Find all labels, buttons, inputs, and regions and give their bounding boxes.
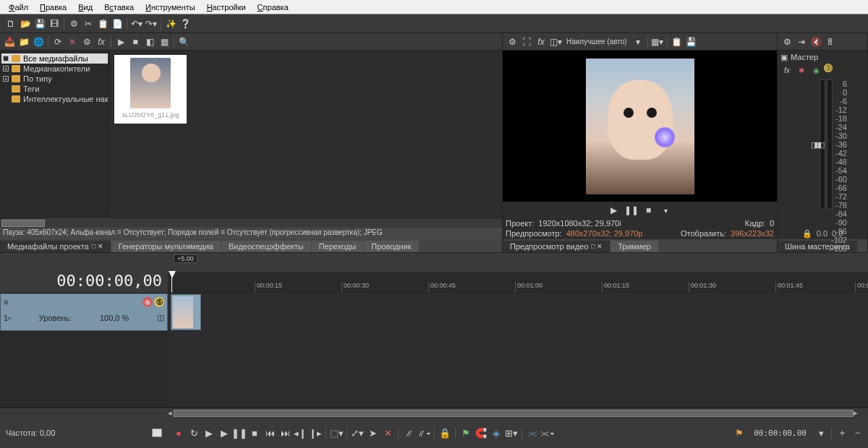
save-snapshot-icon[interactable]: 💾 <box>685 35 698 48</box>
mute-icon[interactable]: 🔇 <box>809 35 822 48</box>
mute-badge[interactable]: ⦸ <box>142 297 153 307</box>
next-frame-icon[interactable]: ❙▸ <box>309 426 322 439</box>
pause-icon[interactable]: ❚❚ <box>625 204 638 217</box>
prev-frame-icon[interactable]: ◂❙ <box>294 426 307 439</box>
import-icon[interactable]: 📥 <box>3 35 16 48</box>
menu-tools[interactable]: Инструменты <box>140 1 201 13</box>
marker-flag-icon[interactable]: ⚑ <box>733 426 746 439</box>
web-icon[interactable]: 🌐 <box>32 35 45 48</box>
media-tree[interactable]: −Все медиафайлы +Медианакопители +По тип… <box>0 51 110 217</box>
zoom-in-icon[interactable]: ＋ <box>835 426 848 439</box>
search-icon[interactable]: 🔍 <box>177 35 190 48</box>
loop-icon[interactable]: ↻ <box>187 426 200 439</box>
tree-root[interactable]: −Все медиафайлы <box>1 53 108 64</box>
track-lanes[interactable] <box>168 293 868 407</box>
tab-project-media[interactable]: Медиафайлы проекта□ ✕ <box>0 241 111 252</box>
auto-crossfade-icon[interactable]: ⩙▾ <box>541 426 554 439</box>
video-track-header[interactable]: ≡ ⦸ Ⓢ 1▫ Уровень: 100,0 % ◫ <box>0 293 168 331</box>
go-end-icon[interactable]: ⏭ <box>278 426 292 439</box>
new-icon[interactable]: 🗋 <box>4 17 17 30</box>
marker-icon[interactable]: ⚑ <box>459 426 472 439</box>
solo-badge[interactable]: Ⓢ <box>154 297 164 307</box>
play-start-icon[interactable]: ▶ <box>203 426 216 439</box>
lock-icon[interactable]: 🔒 <box>438 426 451 439</box>
auto-ripple-icon[interactable]: ⫽▾ <box>417 426 430 439</box>
offset-indicator[interactable]: +5.00 <box>174 254 197 263</box>
go-start-icon[interactable]: ⏮ <box>263 426 276 439</box>
props-icon[interactable]: ⚙ <box>67 17 80 30</box>
tab-transitions[interactable]: Переходы <box>312 241 364 252</box>
close-icon[interactable]: □ ✕ <box>92 243 103 250</box>
tab-trimmer[interactable]: Триммер <box>610 241 658 252</box>
cut-icon[interactable]: ✕ <box>381 426 394 439</box>
media-thumbnail[interactable]: sLU2M2Y6_g11.jpg <box>114 55 187 124</box>
play-icon[interactable]: ▶ <box>114 35 127 48</box>
arrow-icon[interactable]: ➤ <box>366 426 379 439</box>
fx-icon[interactable]: fx <box>535 35 548 48</box>
insert-icon[interactable]: ⇥ <box>795 35 808 48</box>
play-icon[interactable]: ▶ <box>608 204 621 217</box>
stop-icon[interactable]: ■ <box>129 35 142 48</box>
settings-icon[interactable]: ⚙ <box>80 35 93 48</box>
view-icon[interactable]: ▦ <box>158 35 171 48</box>
play-icon[interactable]: ▶ <box>218 426 231 439</box>
fx-icon[interactable]: fx <box>95 35 108 48</box>
quality-dropdown[interactable]: Наилучшее (авто) <box>563 35 630 48</box>
crossfade-icon[interactable]: ⩙ <box>526 426 539 439</box>
grid-icon[interactable]: ▦▾ <box>651 35 664 48</box>
render-icon[interactable]: 🎞 <box>48 17 61 30</box>
open-icon[interactable]: 📂 <box>19 17 32 30</box>
tab-media-generators[interactable]: Генераторы мультимедиа <box>111 241 221 252</box>
record-icon[interactable]: ● <box>172 426 185 439</box>
snap-grid-icon[interactable]: ◈ <box>490 426 503 439</box>
close-icon[interactable]: □ ✕ <box>591 243 603 250</box>
snap-icon[interactable]: 🧲 <box>475 426 488 439</box>
media-scrollbar[interactable] <box>0 217 502 228</box>
track-menu-icon[interactable]: ≡ <box>4 298 8 306</box>
ripple-icon[interactable]: ⫽ <box>402 426 415 439</box>
timecode-menu-icon[interactable]: ▾ <box>814 426 827 439</box>
video-clip[interactable] <box>171 294 201 330</box>
refresh-icon[interactable]: ⟳ <box>51 35 64 48</box>
save-icon[interactable]: 💾 <box>33 17 46 30</box>
stop-icon[interactable]: ■ <box>248 426 261 439</box>
menu-help[interactable]: Справка <box>252 1 294 13</box>
playhead[interactable] <box>171 272 172 293</box>
external-icon[interactable]: ⛶ <box>520 35 533 48</box>
menu-settings[interactable]: Настройки <box>201 1 252 13</box>
tree-smart[interactable]: Интеллектуальные нак <box>1 94 108 104</box>
stop-icon[interactable]: ■ <box>642 204 655 217</box>
tree-bytype[interactable]: +По типу <box>1 74 108 84</box>
pause-icon[interactable]: ❚❚ <box>233 426 246 439</box>
snapshot-icon[interactable]: 📋 <box>671 35 684 48</box>
expand-icon[interactable]: ▣ <box>780 53 788 62</box>
normal-tool-icon[interactable]: ⬚▾ <box>330 426 343 439</box>
solo-icon[interactable]: Ⓢ <box>824 64 833 72</box>
tab-explorer[interactable]: Проводник <box>364 241 418 252</box>
freq-meter-icon[interactable] <box>152 428 162 437</box>
cut-icon[interactable]: ✂ <box>82 17 95 30</box>
props-icon[interactable]: ⚙ <box>506 35 519 48</box>
menu-view[interactable]: Вид <box>72 1 98 13</box>
magic-icon[interactable]: ✨ <box>164 17 177 30</box>
quantize-icon[interactable]: ⊞▾ <box>505 426 518 439</box>
selection-icon[interactable]: ⤢▾ <box>351 426 364 439</box>
menu-edit[interactable]: Правка <box>34 1 72 13</box>
split-icon[interactable]: ◫▾ <box>549 35 562 48</box>
help-icon[interactable]: ❔ <box>179 17 192 30</box>
ruler[interactable]: +5.00 00:00:15 00:00:30 00:00:45 00:01:0… <box>168 253 868 293</box>
redo-icon[interactable]: ↷▾ <box>145 17 158 30</box>
zoom-out-icon[interactable]: － <box>851 426 864 439</box>
tab-preview[interactable]: Предпросмотр видео□ ✕ <box>503 241 610 252</box>
track-settings-icon[interactable]: ◫ <box>157 313 164 322</box>
folder-icon[interactable]: 📁 <box>17 35 30 48</box>
remove-icon[interactable]: ✕ <box>66 35 79 48</box>
fader-handle[interactable]: ◨◧ <box>811 140 824 150</box>
mixer-icon[interactable]: 🎚 <box>824 35 837 48</box>
gear-icon[interactable]: ⚙ <box>780 35 793 48</box>
menu-insert[interactable]: Вставка <box>98 1 140 13</box>
tree-tags[interactable]: Теги <box>1 84 108 94</box>
paste-icon[interactable]: 📄 <box>111 17 124 30</box>
timeline-scrollbar[interactable]: ◂▸ <box>0 408 868 418</box>
menu-arrow-icon[interactable]: ▾ <box>660 204 673 217</box>
